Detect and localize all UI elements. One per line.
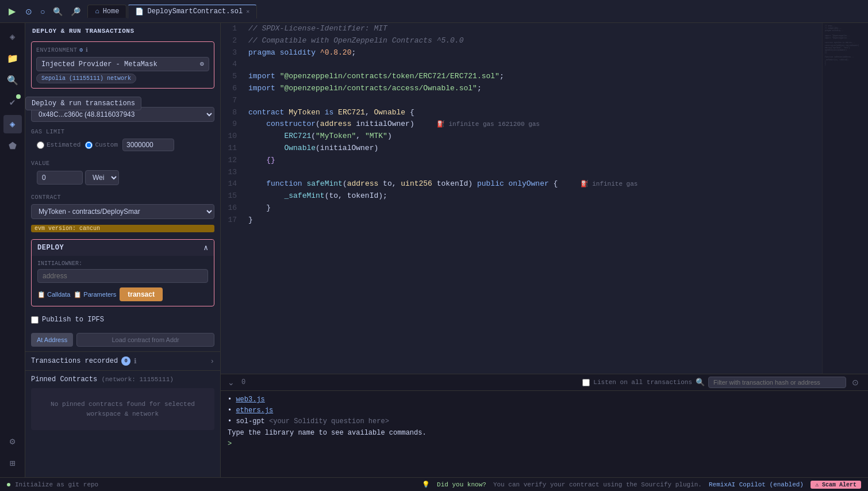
tab-close-icon[interactable]: ✕: [246, 8, 249, 15]
environment-label: ENVIRONMENT ⚙ ℹ: [36, 47, 209, 53]
zoom-icon-btn[interactable]: 🔎: [68, 6, 83, 17]
value-group: VALUE Wei: [31, 160, 214, 187]
console-line-4: Type the library name to see available c…: [228, 428, 861, 439]
code-line-17: }: [248, 214, 817, 227]
toggle-icon-btn[interactable]: ○: [38, 6, 47, 17]
transactions-recorded: Transactions recorded 0 ℹ ›: [25, 351, 220, 370]
home-tab-label: Home: [103, 7, 120, 16]
deploy-icon: ◈: [10, 118, 16, 130]
listen-checkbox[interactable]: [582, 379, 590, 386]
git-init-label[interactable]: Initialize as git repo: [15, 481, 98, 488]
scam-alert-badge[interactable]: ⚠ Scam Alert: [811, 481, 861, 489]
environment-select[interactable]: Injected Provider - MetaMask ⊙: [36, 57, 209, 71]
file-icon: 📄: [135, 7, 144, 16]
editor-area: 1234 5678 9101112 13141516 17 // SPDX-Li…: [221, 23, 868, 477]
estimated-radio[interactable]: [37, 141, 44, 149]
tx-recorded-label: Transactions recorded 0 ℹ: [31, 356, 137, 366]
tab-bar: ⌂ Home 📄 DeploySmartContract.sol ✕: [87, 5, 863, 18]
sidebar-icon-deploy[interactable]: ◈: [3, 115, 22, 133]
left-panel: DEPLOY & RUN TRANSACTIONS ENVIRONMENT ⚙ …: [25, 23, 221, 477]
file-tab-label: DeploySmartContract.sol: [147, 7, 243, 16]
panel-title: DEPLOY & RUN TRANSACTIONS: [25, 23, 220, 37]
code-line-4: [248, 59, 817, 71]
toolbar-left: ▶ ⊙ ○ 🔍 🔎: [5, 4, 83, 19]
at-address-button[interactable]: At Address: [31, 333, 73, 347]
code-line-1: // SPDX-License-Identifier: MIT: [248, 23, 817, 35]
remix-ai-label[interactable]: RemixAI Copilot (enabled): [709, 481, 804, 488]
tip-text: You can verify your contract using the S…: [493, 481, 702, 488]
console-line-1: • web3.js: [228, 394, 861, 405]
initialowner-input[interactable]: [37, 269, 208, 283]
code-line-8: contract MyToken is ERC721, Ownable {: [248, 107, 817, 119]
line-numbers: 1234 5678 9101112 13141516 17: [221, 23, 244, 374]
tip-icon: 💡: [422, 481, 430, 488]
pinned-empty-message: No pinned contracts found for selected w…: [31, 388, 214, 430]
load-contract-button[interactable]: Load contract from Addr: [76, 333, 214, 347]
sidebar-icon-logo[interactable]: ◈: [3, 28, 22, 46]
estimated-radio-label[interactable]: Estimated: [37, 141, 80, 149]
filter-input[interactable]: [708, 377, 846, 388]
contract-label: CONTRACT: [31, 194, 214, 201]
sidebar-icon-debug[interactable]: ⬟: [3, 137, 22, 155]
chevron-down-icon: ⊙: [200, 60, 204, 68]
deploy-tooltip: Deploy & run transactions: [25, 97, 141, 110]
sidebar-icon-files[interactable]: 📁: [3, 49, 22, 68]
git-icon: ✔: [10, 97, 16, 108]
collapse-deploy-icon: ∧: [203, 243, 208, 252]
code-line-3: pragma solidity ^0.8.20;: [248, 47, 817, 59]
value-input[interactable]: [37, 171, 83, 185]
collapse-button[interactable]: ⌄: [228, 378, 235, 387]
network-badge: Sepolia (11155111) network: [36, 74, 136, 83]
tab-home[interactable]: ⌂ Home: [87, 5, 126, 18]
code-line-15: _safeMint(to, tokenId);: [248, 190, 817, 202]
filter-options-icon[interactable]: ⊙: [850, 377, 861, 388]
transact-button[interactable]: transact: [120, 287, 163, 301]
sidebar-icon-plugins[interactable]: ⚙: [3, 432, 22, 451]
tx-expand-icon[interactable]: ›: [210, 357, 214, 366]
tab-file[interactable]: 📄 DeploySmartContract.sol ✕: [128, 5, 257, 18]
address-row: At Address Load contract from Addr: [31, 333, 214, 347]
value-unit-select[interactable]: Wei: [85, 170, 119, 185]
pinned-title: Pinned Contracts (network: 11155111): [31, 375, 214, 383]
code-line-16: }: [248, 202, 817, 214]
remix-logo-icon: ◈: [10, 31, 16, 43]
parameters-button[interactable]: 📋 Parameters: [74, 291, 116, 298]
evm-badge: evm version: cancun: [31, 225, 214, 232]
code-editor[interactable]: 1234 5678 9101112 13141516 17 // SPDX-Li…: [221, 23, 868, 374]
custom-radio-label[interactable]: Custom: [85, 141, 118, 149]
ipfs-checkbox[interactable]: [31, 316, 39, 324]
bottom-panel: ⌄ 0 Listen on all transactions 🔍 ⊙ • web…: [221, 374, 868, 477]
web3js-link[interactable]: web3.js: [236, 396, 264, 404]
sidebar-icon-settings[interactable]: ⊞: [3, 454, 22, 473]
deploy-body: INITIALOWNER: 📋 Calldata 📋 Parameters tr…: [32, 256, 214, 306]
code-line-6: import "@openzeppelin/contracts/access/O…: [248, 83, 817, 95]
terminal-icon-btn[interactable]: ⊙: [23, 6, 34, 17]
value-label: VALUE: [31, 160, 214, 167]
deploy-section: DEPLOY ∧ INITIALOWNER: 📋 Calldata 📋 Para…: [31, 239, 214, 306]
code-line-12: {}: [248, 155, 817, 167]
home-icon: ⌂: [95, 7, 99, 16]
search-icon-btn[interactable]: 🔍: [51, 6, 65, 17]
bottom-toolbar: ⌄ 0 Listen on all transactions 🔍 ⊙: [221, 374, 868, 391]
deploy-title: DEPLOY: [37, 244, 64, 252]
calldata-button[interactable]: 📋 Calldata: [37, 291, 70, 298]
custom-radio[interactable]: [85, 141, 93, 149]
sidebar-icon-search[interactable]: 🔍: [3, 71, 22, 90]
copy-calldata-icon: 📋: [37, 291, 45, 298]
console-line-3: • sol-gpt <your Solidity question here>: [228, 416, 861, 427]
gas-custom-input[interactable]: [122, 139, 174, 151]
initialowner-label: INITIALOWNER:: [37, 260, 208, 267]
run-button[interactable]: ▶: [5, 4, 20, 19]
contract-select[interactable]: MyToken - contracts/DeploySmar: [31, 204, 214, 219]
sidebar-icon-git[interactable]: ✔: [3, 93, 22, 112]
code-line-9: constructor(address initialOwner) ⛽ infi…: [248, 118, 817, 131]
ethersjs-link[interactable]: ethers.js: [236, 406, 273, 415]
plugins-icon: ⚙: [10, 436, 16, 447]
code-line-14: function safeMint(address to, uint256 to…: [248, 178, 817, 190]
deploy-header[interactable]: DEPLOY ∧: [32, 240, 214, 256]
status-bar: Initialize as git repo 💡 Did you know? Y…: [0, 477, 868, 491]
filter-search-icon: 🔍: [696, 378, 705, 387]
status-right: 💡 Did you know? You can verify your cont…: [422, 481, 861, 489]
files-icon: 📁: [7, 53, 18, 64]
top-bar: ▶ ⊙ ○ 🔍 🔎 ⌂ Home 📄 DeploySmartContract.s…: [0, 0, 868, 23]
